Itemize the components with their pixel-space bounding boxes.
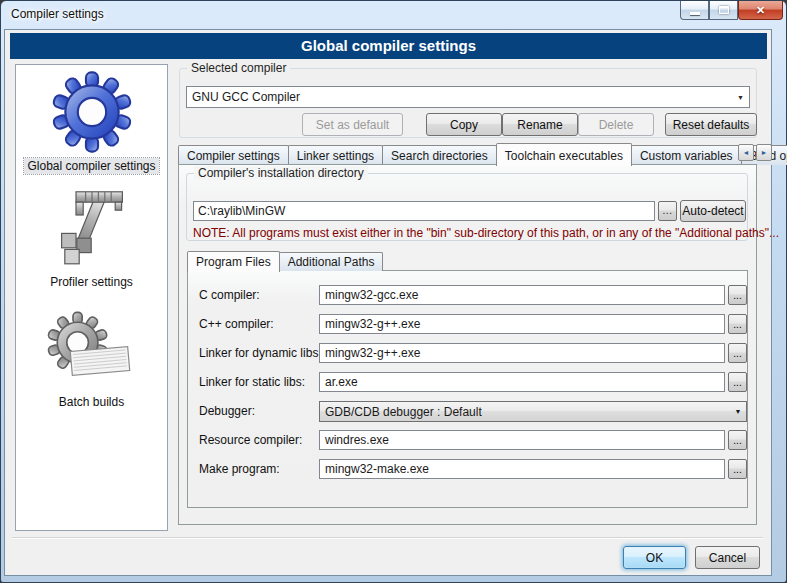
- toolchain-row-c-compiler: C compiler:mingw32-gcc.exe...: [188, 285, 747, 307]
- sidebar-item-batch-builds[interactable]: Batch builds: [16, 307, 167, 410]
- set-as-default-button[interactable]: Set as default: [302, 113, 403, 136]
- settings-category-list: Global compiler settings: [15, 64, 168, 531]
- close-icon: ✕: [756, 4, 765, 17]
- rename-button[interactable]: Rename: [502, 113, 578, 136]
- resource-compiler-input[interactable]: windres.exe: [319, 430, 725, 450]
- programs-tabstrip: Program Files Additional Paths: [187, 250, 382, 271]
- copy-button[interactable]: Copy: [426, 113, 502, 136]
- toolchain-row-static-linker: Linker for static libs:ar.exe...: [188, 372, 747, 394]
- cpp-compiler-label: C++ compiler:: [199, 317, 274, 331]
- dropdown-arrow-icon: ▼: [737, 94, 744, 101]
- tab-scroll-left-button[interactable]: ◄: [738, 144, 754, 161]
- dynamic-linker-label: Linker for dynamic libs:: [199, 346, 322, 360]
- make-program-browse-button[interactable]: ...: [728, 459, 747, 479]
- installation-directory-input[interactable]: C:\raylib\MinGW: [193, 201, 655, 221]
- cpp-compiler-input[interactable]: mingw32-g++.exe: [319, 314, 725, 334]
- debugger-select-value: GDB/CDB debugger : Default: [320, 405, 730, 419]
- main-tabstrip: Compiler settings Linker settings Search…: [178, 142, 787, 165]
- dynamic-linker-browse-button[interactable]: ...: [728, 343, 747, 363]
- window-title: Compiler settings: [11, 7, 104, 21]
- static-linker-label: Linker for static libs:: [199, 375, 305, 389]
- static-linker-input[interactable]: ar.exe: [319, 372, 725, 392]
- cancel-button[interactable]: Cancel: [695, 546, 760, 569]
- debugger-select[interactable]: GDB/CDB debugger : Default▼: [319, 401, 747, 422]
- tab-linker-settings[interactable]: Linker settings: [288, 145, 383, 165]
- compiler-select[interactable]: GNU GCC Compiler ▼: [186, 86, 750, 108]
- dropdown-arrow-icon: ▼: [730, 408, 746, 415]
- tab-program-files[interactable]: Program Files: [187, 251, 280, 272]
- static-linker-browse-button[interactable]: ...: [728, 372, 747, 392]
- tab-scroll-right-button[interactable]: ►: [756, 144, 772, 161]
- c-compiler-browse-button[interactable]: ...: [728, 285, 747, 305]
- minimize-icon: [690, 12, 700, 15]
- compiler-settings-window: Compiler settings ✕ Global compiler sett…: [0, 0, 787, 583]
- sidebar-item-label: Profiler settings: [47, 274, 136, 290]
- window-controls: ✕: [680, 1, 783, 20]
- toolchain-row-debugger: Debugger:GDB/CDB debugger : Default▼: [188, 401, 747, 423]
- make-program-input[interactable]: mingw32-make.exe: [319, 459, 725, 479]
- selected-compiler-legend: Selected compiler: [187, 61, 290, 75]
- installation-directory-browse-button[interactable]: ...: [658, 201, 677, 221]
- page-title: Global compiler settings: [10, 33, 767, 59]
- dynamic-linker-input[interactable]: mingw32-g++.exe: [319, 343, 725, 363]
- c-compiler-input[interactable]: mingw32-gcc.exe: [319, 285, 725, 305]
- compiler-select-value: GNU GCC Compiler: [187, 90, 732, 104]
- sidebar-item-label: Batch builds: [56, 394, 127, 410]
- tab-additional-paths[interactable]: Additional Paths: [279, 252, 384, 271]
- tab-compiler-settings[interactable]: Compiler settings: [178, 145, 289, 165]
- toolchain-row-dynamic-linker: Linker for dynamic libs:mingw32-g++.exe.…: [188, 343, 747, 365]
- make-program-label: Make program:: [199, 462, 280, 476]
- toolchain-row-make-program: Make program:mingw32-make.exe...: [188, 459, 747, 481]
- auto-detect-button[interactable]: Auto-detect: [680, 200, 746, 222]
- minimize-button[interactable]: [680, 1, 709, 20]
- sidebar-item-label: Global compiler settings: [24, 158, 158, 174]
- toolchain-row-resource-compiler: Resource compiler:windres.exe...: [188, 430, 747, 452]
- reset-defaults-button[interactable]: Reset defaults: [665, 113, 757, 136]
- gear-blue-icon: [49, 69, 135, 155]
- installation-directory-legend: Compiler's installation directory: [194, 166, 368, 180]
- delete-button[interactable]: Delete: [578, 113, 654, 136]
- sidebar-item-profiler-settings[interactable]: Profiler settings: [16, 187, 167, 290]
- tab-search-directories[interactable]: Search directories: [382, 145, 497, 165]
- dialog-client-area: Global compiler settings: [4, 29, 772, 576]
- debugger-label: Debugger:: [199, 404, 255, 418]
- resource-compiler-label: Resource compiler:: [199, 433, 302, 447]
- c-compiler-label: C compiler:: [199, 288, 260, 302]
- close-button[interactable]: ✕: [738, 1, 783, 20]
- program-files-page: C compiler:mingw32-gcc.exe...C++ compile…: [187, 270, 748, 508]
- installation-note: NOTE: All programs must exist either in …: [193, 226, 779, 240]
- tab-scroll-controls: ◄ ►: [738, 144, 772, 161]
- gear-gray-papers-icon: [44, 307, 140, 391]
- maximize-button[interactable]: [709, 1, 738, 20]
- footer-separator: [12, 537, 763, 539]
- caliper-icon: [52, 187, 132, 271]
- resource-compiler-browse-button[interactable]: ...: [728, 430, 747, 450]
- toolchain-row-cpp-compiler: C++ compiler:mingw32-g++.exe...: [188, 314, 747, 336]
- ok-button[interactable]: OK: [623, 546, 686, 569]
- tab-toolchain-executables[interactable]: Toolchain executables: [496, 143, 632, 166]
- tab-custom-variables[interactable]: Custom variables: [631, 145, 742, 165]
- maximize-icon: [719, 6, 729, 14]
- sidebar-item-global-compiler-settings[interactable]: Global compiler settings: [16, 69, 167, 174]
- cpp-compiler-browse-button[interactable]: ...: [728, 314, 747, 334]
